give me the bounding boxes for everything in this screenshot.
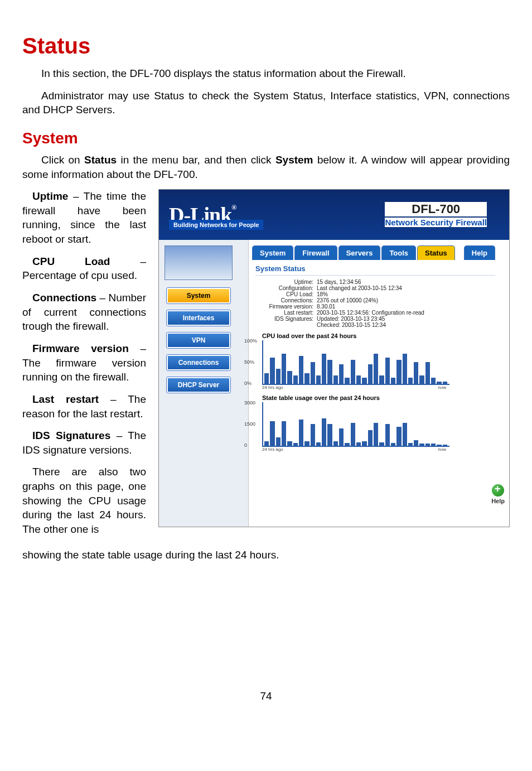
device-model: DFL-700: [385, 202, 487, 216]
cpu-load-graph: 100% 50% 0%: [262, 340, 449, 385]
state-table-graph: 3000 1500 0: [262, 402, 449, 447]
tab-help[interactable]: Help: [464, 245, 495, 260]
tab-firewall[interactable]: Firewall: [294, 245, 337, 260]
graph2-ytick-bot: 0: [244, 442, 247, 448]
term-firmware-version: Firmware version: [32, 343, 129, 354]
intro-text-2: Administrator may use Status to check th…: [22, 89, 510, 117]
brand-tagline: Building Networks for People: [169, 220, 263, 230]
system-intro: Click on Status in the menu bar, and the…: [22, 153, 510, 181]
help-label: Help: [491, 498, 505, 504]
sidebar: System Interfaces VPN Connections DHCP S…: [159, 240, 249, 527]
plus-circle-icon: [492, 484, 504, 497]
graph1-title: CPU load over the past 24 hours: [262, 333, 509, 339]
status-row-uptime: Uptime:15 days, 12:34:56: [262, 279, 509, 285]
definitions-column: Uptime – The time the firewall have been…: [22, 189, 146, 544]
embedded-screenshot: D-Link® Building Networks for People DFL…: [158, 189, 510, 527]
sidebar-item-interfaces[interactable]: Interfaces: [167, 310, 230, 326]
status-row-ids-updated: IDS Signatures:Updated: 2003-10-13 23:45: [262, 316, 509, 322]
tab-system[interactable]: System: [252, 245, 293, 260]
device-image: [165, 245, 233, 280]
graph1-ytick-bot: 0%: [244, 380, 252, 386]
graph2-ytick-mid: 1500: [244, 421, 255, 427]
graph1-ytick-mid: 50%: [244, 359, 254, 365]
tab-servers[interactable]: Servers: [338, 245, 381, 260]
page-number: 74: [22, 690, 510, 702]
term-connections: Connections: [32, 292, 96, 303]
content-subtitle: System Status: [255, 264, 495, 276]
tail-text: showing the state table usage during the…: [22, 548, 510, 562]
graph2-xaxis: 24 hrs agonow: [262, 447, 446, 452]
intro-text-1: In this section, the DFL-700 displays th…: [22, 66, 510, 81]
sidebar-item-system[interactable]: System: [167, 288, 230, 303]
device-description: Network Security Firewall: [385, 218, 487, 227]
status-row-configuration: Configuration:Last changed at 2003-10-15…: [262, 285, 509, 291]
graph1-ytick-top: 100%: [244, 338, 257, 344]
page-title: Status: [22, 33, 510, 59]
graph1-xaxis: 24 hrs agonow: [262, 385, 446, 390]
status-row-connections: Connections:2376 out of 10000 (24%): [262, 297, 509, 303]
graphs-note: There are also two graphs on this page, …: [22, 465, 146, 536]
term-cpu-load: CPU Load: [32, 256, 110, 267]
term-uptime: Uptime: [32, 190, 68, 202]
tab-tools[interactable]: Tools: [381, 245, 416, 260]
status-row-ids-checked: Checked: 2003-10-15 12:34: [262, 322, 509, 328]
sidebar-item-dhcp-server[interactable]: DHCP Server: [167, 377, 230, 393]
status-row-last-restart: Last restart:2003-10-15 12:34:56: Config…: [262, 310, 509, 316]
app-header: D-Link® Building Networks for People DFL…: [159, 190, 509, 240]
tab-status[interactable]: Status: [417, 245, 455, 260]
term-last-restart: Last restart: [32, 393, 99, 405]
graph2-ytick-top: 3000: [244, 400, 255, 406]
graph2-title: State table usage over the past 24 hours: [262, 394, 509, 401]
sidebar-item-connections[interactable]: Connections: [167, 355, 230, 370]
status-row-firmware: Firmware version:8.30.01: [262, 303, 509, 310]
help-icon[interactable]: Help: [491, 484, 505, 504]
term-ids-signatures: IDS Signatures: [32, 430, 110, 441]
sidebar-item-vpn[interactable]: VPN: [167, 333, 230, 348]
tab-bar: System Firewall Servers Tools Status Hel…: [252, 245, 509, 260]
section-heading-system: System: [22, 129, 510, 147]
status-row-cpu-load: CPU Load:18%: [262, 291, 509, 297]
